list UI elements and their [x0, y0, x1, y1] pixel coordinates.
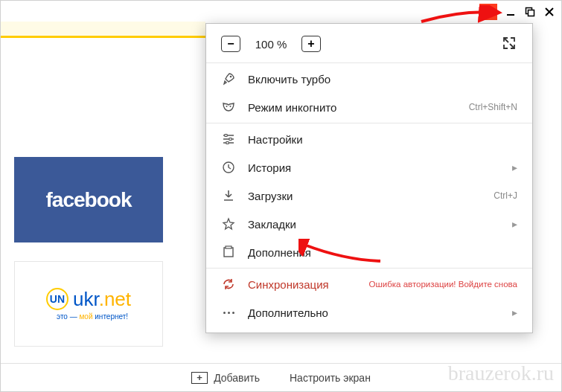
- menu-label: Закладки: [248, 218, 500, 231]
- menu-item-turbo[interactable]: Включить турбо: [206, 65, 532, 93]
- svg-point-3: [226, 106, 228, 107]
- extensions-icon: [221, 245, 236, 260]
- main-menu: − 100 % + Включить турбо Режим инкогнито…: [205, 23, 533, 333]
- svg-rect-6: [229, 138, 231, 141]
- chevron-right-icon: ▸: [512, 161, 517, 173]
- shortcut-hint: Ctrl+Shift+N: [469, 102, 517, 112]
- tile-ukrnet[interactable]: UN ukr.net это — мой интернет!: [14, 261, 163, 347]
- customize-screen-button[interactable]: Настроить экран: [290, 372, 371, 384]
- separator: [206, 62, 532, 63]
- zoom-row: − 100 % +: [206, 30, 532, 61]
- sync-icon: [221, 277, 236, 292]
- ukrnet-logo: UN ukr.net: [46, 288, 131, 311]
- close-icon[interactable]: [543, 6, 555, 18]
- ukrnet-slogan: это — мой интернет!: [42, 312, 128, 321]
- facebook-logo-text: facebook: [46, 188, 132, 212]
- menu-label: Настройки: [248, 133, 517, 146]
- svg-rect-10: [226, 246, 231, 248]
- menu-label: Загрузки: [248, 190, 482, 202]
- history-icon: [221, 160, 236, 175]
- menu-item-downloads[interactable]: Загрузки Ctrl+J: [206, 181, 532, 210]
- more-icon: [221, 305, 236, 320]
- titlebar: [1, 1, 561, 22]
- menu-item-sync[interactable]: Синхронизация Ошибка авторизации! Войдит…: [206, 270, 532, 298]
- menu-label: Дополнения: [248, 246, 517, 259]
- ukrnet-text: ukr.net: [73, 288, 131, 311]
- svg-point-2: [230, 76, 232, 78]
- zoom-value: 100 %: [251, 38, 291, 51]
- ukrnet-badge-icon: UN: [46, 288, 68, 310]
- svg-rect-1: [529, 10, 534, 16]
- menu-label: История: [248, 161, 500, 174]
- address-bar[interactable]: [1, 22, 205, 38]
- mask-icon: [221, 100, 236, 115]
- menu-item-history[interactable]: История ▸: [206, 153, 532, 181]
- svg-rect-7: [226, 142, 229, 144]
- sliders-icon: [221, 132, 236, 147]
- star-icon: [221, 216, 236, 231]
- add-label: Добавить: [214, 372, 260, 384]
- separator: [206, 123, 532, 123]
- zoom-in-button[interactable]: +: [301, 36, 321, 52]
- download-icon: [221, 188, 236, 203]
- window-controls: [479, 4, 555, 20]
- menu-item-extensions[interactable]: Дополнения: [206, 238, 532, 266]
- chevron-right-icon: ▸: [512, 218, 517, 230]
- menu-label: Дополнительно: [248, 306, 500, 319]
- separator: [206, 268, 532, 269]
- menu-label: Режим инкогнито: [248, 101, 457, 114]
- svg-rect-9: [224, 248, 233, 257]
- bottom-bar: + Добавить Настроить экран: [1, 363, 561, 391]
- sync-error-text: Ошибка авторизации! Войдите снова: [369, 280, 517, 289]
- menu-item-more[interactable]: Дополнительно ▸: [206, 298, 532, 327]
- menu-icon[interactable]: [479, 4, 497, 20]
- minimize-icon[interactable]: [505, 6, 517, 18]
- customize-label: Настроить экран: [290, 372, 371, 384]
- plus-icon: +: [191, 372, 208, 384]
- menu-item-bookmarks[interactable]: Закладки ▸: [206, 210, 532, 238]
- shortcut-hint: Ctrl+J: [494, 190, 517, 201]
- add-tile-button[interactable]: + Добавить: [191, 372, 260, 384]
- maximize-icon[interactable]: [524, 6, 536, 18]
- svg-point-4: [230, 106, 231, 107]
- menu-label: Включить турбо: [248, 73, 517, 86]
- rocket-icon: [221, 71, 236, 86]
- chevron-right-icon: ▸: [512, 306, 517, 318]
- zoom-out-button[interactable]: −: [221, 36, 240, 52]
- address-bar-region: [1, 22, 205, 45]
- fullscreen-icon[interactable]: [502, 36, 517, 51]
- tile-facebook[interactable]: facebook: [14, 157, 163, 242]
- svg-rect-5: [225, 135, 227, 137]
- menu-label: Синхронизация: [248, 278, 357, 291]
- menu-item-incognito[interactable]: Режим инкогнито Ctrl+Shift+N: [206, 93, 532, 121]
- menu-item-settings[interactable]: Настройки: [206, 125, 532, 153]
